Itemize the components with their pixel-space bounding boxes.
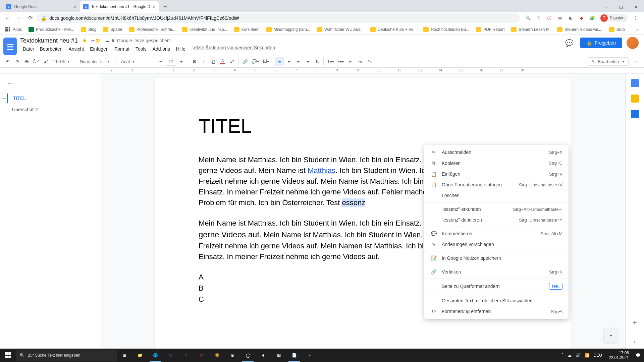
start-button[interactable] <box>0 349 16 362</box>
bookmark-item[interactable]: Professionell Schrei... <box>126 26 178 33</box>
ctx-landscape[interactable]: Seite zu Querformat ändernNeu <box>424 280 569 292</box>
menu-icon[interactable]: ⋮ <box>632 15 639 21</box>
explore-fab-button[interactable]: ✦ <box>604 328 618 343</box>
notifications-icon[interactable]: 💬 <box>636 353 641 358</box>
clear-format-button[interactable]: T× <box>365 57 374 66</box>
brave-icon[interactable]: 🦁 <box>209 349 225 362</box>
print-button[interactable]: 🖶 <box>22 57 31 66</box>
spellcheck-button[interactable]: Ā✓ <box>32 57 41 66</box>
menu-tools[interactable]: Tools <box>133 45 149 53</box>
doc-h1[interactable]: TITEL <box>199 115 527 137</box>
zoom-select[interactable]: 150%▼ <box>51 59 73 64</box>
bookmark-item[interactable]: Noch hochladen Bu... <box>421 26 472 33</box>
excel-icon[interactable]: X <box>178 349 194 362</box>
back-button[interactable]: ← <box>3 13 12 23</box>
bookmark-item[interactable]: Später <box>100 26 125 33</box>
move-icon[interactable]: ⇨📁 <box>91 38 101 43</box>
font-size-inc[interactable]: + <box>177 57 186 66</box>
undo-button[interactable]: ↶ <box>3 57 12 66</box>
numbered-list-button[interactable]: 1≡▾ <box>326 57 336 66</box>
browser-tab-active[interactable]: ≡ Textdokument neu #1 - Google D × <box>80 1 159 12</box>
keep-icon[interactable] <box>631 95 639 103</box>
docs-logo-icon[interactable] <box>3 38 17 55</box>
onedrive-icon[interactable]: ☁ <box>568 353 572 358</box>
ctx-clear-format[interactable]: T×Formatierung entfernenStrg+\ <box>424 306 569 317</box>
readmode-icon[interactable]: ⓘ <box>546 15 553 21</box>
ctx-link[interactable]: 🔗VerlinkenStrg+K <box>424 266 569 277</box>
bookmark-item[interactable]: Mindmapping (Gru... <box>264 26 313 33</box>
reload-button[interactable]: ⟳ <box>25 13 35 23</box>
line-spacing-button[interactable]: ⇅ <box>313 57 321 66</box>
powerpoint-icon[interactable]: P <box>194 349 209 362</box>
taskbar-clock[interactable]: 17:06 22.01.2021 <box>606 351 632 360</box>
comments-button[interactable]: 💬 <box>564 37 576 49</box>
volume-icon[interactable]: 🔊 <box>576 353 581 358</box>
menu-hilfe[interactable]: Hilfe <box>173 45 188 53</box>
bookmark-item[interactable]: Deutsche Kurs + Vo... <box>368 26 419 33</box>
minimize-button[interactable]: ─ <box>598 2 613 12</box>
font-select[interactable]: Arial▼ <box>118 59 152 64</box>
tasks-icon[interactable] <box>631 110 639 118</box>
new-tab-button[interactable]: + <box>160 2 170 11</box>
font-size-input[interactable]: 11 <box>166 57 176 66</box>
edge2-icon[interactable]: e <box>256 349 271 362</box>
close-window-button[interactable]: ✕ <box>629 2 644 12</box>
close-icon[interactable]: × <box>153 4 156 9</box>
close-icon[interactable]: × <box>74 4 76 9</box>
side-panel-collapse[interactable]: › <box>634 335 636 349</box>
sync-icon[interactable]: ◐ <box>568 15 574 21</box>
menu-ansicht[interactable]: Ansicht <box>66 45 87 53</box>
redo-button[interactable]: ↷ <box>13 57 21 66</box>
bookmark-item[interactable]: Wahlfächer WU Aus... <box>314 26 366 33</box>
edit-mode-select[interactable]: ✎ Bearbeiten ▼ <box>588 57 629 66</box>
ctx-paste[interactable]: 📋EinfügenStrg+V <box>424 169 569 179</box>
align-right-button[interactable]: ≡ <box>294 57 303 66</box>
browser-tab[interactable]: ≡ Google Docs × <box>3 1 80 12</box>
apps-shortcut[interactable]: Apps <box>3 25 24 34</box>
tray-chevron-icon[interactable]: ˄ <box>561 353 564 358</box>
last-change-link[interactable]: Letzte Änderung vor wenigen Sekunden <box>192 45 275 53</box>
indent-inc-button[interactable]: ⇥ <box>356 57 364 66</box>
bold-button[interactable]: B <box>190 57 199 66</box>
obs-icon[interactable]: ◉ <box>225 349 240 362</box>
menu-datei[interactable]: Datei <box>20 45 37 53</box>
insert-image-button[interactable]: 🖼▾ <box>261 57 271 66</box>
language-indicator[interactable]: DEU <box>594 353 602 358</box>
menu-addons[interactable]: Add-ons <box>150 45 173 53</box>
collapse-toolbar-button[interactable]: ︿ <box>632 57 641 66</box>
share-button[interactable]: 🔒 Freigeben <box>580 38 622 48</box>
link-matthias[interactable]: Matthias <box>308 166 335 175</box>
outline-heading-2[interactable]: Überschrift 2 <box>7 105 94 114</box>
outline-heading-1[interactable]: TITEL <box>7 94 94 103</box>
ctx-comment[interactable]: 💬KommentierenStrg+Alt+M <box>424 228 569 239</box>
outline-back-button[interactable]: ← <box>7 79 94 87</box>
zoom-icon[interactable]: 🔍 <box>525 15 531 21</box>
underline-button[interactable]: U <box>209 57 218 66</box>
bookmark-item[interactable]: Büro <box>606 26 628 33</box>
app-icon[interactable]: ▦ <box>271 349 286 362</box>
align-center-button[interactable]: ≡ <box>284 57 293 66</box>
highlight-button[interactable]: 🖍 <box>228 57 236 66</box>
align-left-button[interactable]: ≡ <box>275 57 284 66</box>
insert-link-button[interactable]: 🔗 <box>241 57 250 66</box>
bookmark-item[interactable]: Kreativität und Insp... <box>179 26 230 33</box>
account-avatar[interactable] <box>627 37 639 49</box>
star-icon[interactable]: ★ <box>82 37 87 44</box>
ctx-keep[interactable]: 📝In Google Notizen speichern <box>424 253 569 263</box>
notepad-icon[interactable]: 📄 <box>286 349 302 362</box>
calendar-icon[interactable] <box>631 79 639 87</box>
ctx-copy[interactable]: ⧉KopierenStrg+C <box>424 158 569 169</box>
document-title[interactable]: Textdokument neu #1 <box>20 37 78 44</box>
shopping-icon[interactable]: 🛍 <box>557 15 564 21</box>
italic-button[interactable]: I <box>200 57 208 66</box>
ctx-cut[interactable]: ✂AusschneidenStrg+X <box>424 147 569 158</box>
ctx-explore[interactable]: "essenz" erkundenStrg+Alt+Umschalttaste+… <box>424 204 569 215</box>
bookmark-item[interactable]: Steuern Lesen !!!! <box>508 26 553 33</box>
maximize-button[interactable]: ▢ <box>613 2 629 12</box>
paint-format-button[interactable]: 🖌 <box>42 57 50 66</box>
indent-dec-button[interactable]: ⇤ <box>346 57 355 66</box>
bulleted-list-button[interactable]: •≡▾ <box>336 57 345 66</box>
horizontal-ruler[interactable]: 2 1 1 2 3 4 5 6 7 8 9 10 11 12 13 14 15 … <box>0 68 644 74</box>
profile-chip[interactable]: T Pausiert <box>600 14 628 22</box>
bookmarks-overflow[interactable]: » <box>634 26 641 33</box>
